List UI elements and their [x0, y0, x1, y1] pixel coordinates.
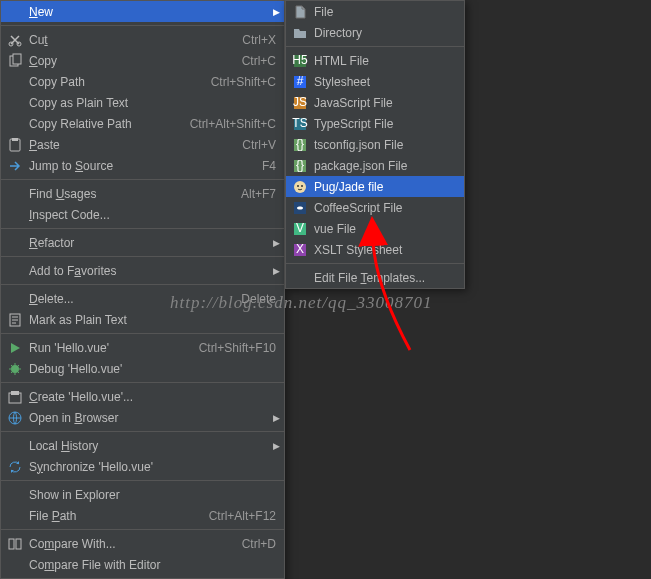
svg-text:{}: {} [296, 158, 304, 172]
mainmenu-item-copy-plain[interactable]: Copy as Plain Text [1, 92, 284, 113]
svg-text:H5: H5 [292, 53, 308, 67]
submenu-item-html[interactable]: H5HTML File [286, 50, 464, 71]
menu-item-label: Stylesheet [314, 75, 456, 89]
mainmenu-separator [1, 333, 284, 334]
mainmenu-item-copy[interactable]: CopyCtrl+C [1, 50, 284, 71]
menu-item-label: TypeScript File [314, 117, 456, 131]
blank-icon [7, 487, 23, 503]
submenu-item-edit-templates[interactable]: Edit File Templates... [286, 267, 464, 288]
svg-rect-5 [12, 138, 18, 141]
menu-item-shortcut: F4 [262, 159, 276, 173]
submenu-arrow-icon: ▶ [273, 266, 280, 276]
coffee-file-icon [292, 200, 308, 216]
blank-icon [292, 270, 308, 286]
mainmenu-item-copy-path[interactable]: Copy PathCtrl+Shift+C [1, 71, 284, 92]
mainmenu-item-compare[interactable]: Compare With...Ctrl+D [1, 533, 284, 554]
menu-item-label: Pug/Jade file [314, 180, 456, 194]
mainmenu-item-compare-editor[interactable]: Compare File with Editor [1, 554, 284, 575]
menu-item-label: Refactor [29, 236, 276, 250]
mainmenu-item-mark-plain[interactable]: Mark as Plain Text [1, 309, 284, 330]
menu-item-shortcut: Ctrl+X [242, 33, 276, 47]
mainmenu-item-favorites[interactable]: Add to Favorites▶ [1, 260, 284, 281]
blank-icon [7, 557, 23, 573]
mainmenu-item-local-hist[interactable]: Local History▶ [1, 435, 284, 456]
menu-item-label: Copy [29, 54, 230, 68]
submenu-item-file[interactable]: File [286, 1, 464, 22]
file-generic-icon [292, 4, 308, 20]
mainmenu-item-delete[interactable]: Delete...Delete [1, 288, 284, 309]
menu-item-label: Jump to Source [29, 159, 250, 173]
svg-text:#: # [297, 74, 304, 88]
menu-item-label: Inspect Code... [29, 208, 276, 222]
blank-icon [7, 95, 23, 111]
mainmenu-item-jump[interactable]: Jump to SourceF4 [1, 155, 284, 176]
vue-file-icon: V [292, 221, 308, 237]
mainmenu-item-create-run[interactable]: Create 'Hello.vue'... [1, 386, 284, 407]
menu-item-label: Local History [29, 439, 276, 453]
mainmenu-item-file-path[interactable]: File PathCtrl+Alt+F12 [1, 505, 284, 526]
svg-rect-3 [13, 54, 21, 64]
menu-item-label: Find Usages [29, 187, 229, 201]
menu-item-shortcut: Ctrl+Alt+F12 [209, 509, 276, 523]
submenu-separator [286, 263, 464, 264]
mainmenu-item-sync[interactable]: Synchronize 'Hello.vue' [1, 456, 284, 477]
menu-item-label: HTML File [314, 54, 456, 68]
menu-item-label: Copy as Plain Text [29, 96, 276, 110]
submenu-arrow-icon: ▶ [273, 413, 280, 423]
menu-item-shortcut: Ctrl+D [242, 537, 276, 551]
mainmenu-item-find-usages[interactable]: Find UsagesAlt+F7 [1, 183, 284, 204]
mainmenu-item-inspect[interactable]: Inspect Code... [1, 204, 284, 225]
menu-item-label: Open in Browser [29, 411, 276, 425]
menu-item-label: JavaScript File [314, 96, 456, 110]
menu-item-label: XSLT Stylesheet [314, 243, 456, 257]
submenu-item-pug[interactable]: Pug/Jade file [286, 176, 464, 197]
mainmenu-item-debug[interactable]: Debug 'Hello.vue' [1, 358, 284, 379]
compare-icon [7, 536, 23, 552]
sync-icon [7, 459, 23, 475]
mainmenu-separator [1, 179, 284, 180]
mainmenu-separator [1, 382, 284, 383]
mainmenu-item-show-explorer[interactable]: Show in Explorer [1, 484, 284, 505]
menu-item-label: vue File [314, 222, 456, 236]
submenu-item-tsconfig[interactable]: {}tsconfig.json File [286, 134, 464, 155]
submenu-item-vue[interactable]: Vvue File [286, 218, 464, 239]
blank-icon [7, 4, 23, 20]
mainmenu-separator [1, 529, 284, 530]
svg-rect-10 [9, 539, 14, 549]
menu-item-shortcut: Ctrl+Shift+F10 [199, 341, 276, 355]
menu-item-shortcut: Ctrl+Shift+C [211, 75, 276, 89]
svg-rect-11 [16, 539, 21, 549]
blank-icon [7, 508, 23, 524]
mainmenu-item-copy-rel[interactable]: Copy Relative PathCtrl+Alt+Shift+C [1, 113, 284, 134]
mainmenu-item-cut[interactable]: CutCtrl+X [1, 29, 284, 50]
submenu-item-stylesheet[interactable]: #Stylesheet [286, 71, 464, 92]
blank-icon [7, 186, 23, 202]
mainmenu-separator [1, 228, 284, 229]
menu-item-label: New [29, 5, 276, 19]
mainmenu-item-new[interactable]: New▶ [1, 1, 284, 22]
browser-icon [7, 410, 23, 426]
menu-item-label: Mark as Plain Text [29, 313, 276, 327]
menu-item-label: tsconfig.json File [314, 138, 456, 152]
mainmenu-item-refactor[interactable]: Refactor▶ [1, 232, 284, 253]
context-menu-new-submenu: FileDirectoryH5HTML File#StylesheetJSJav… [285, 0, 465, 289]
mainmenu-item-run[interactable]: Run 'Hello.vue'Ctrl+Shift+F10 [1, 337, 284, 358]
context-menu-main: New▶CutCtrl+XCopyCtrl+CCopy PathCtrl+Shi… [0, 0, 285, 579]
submenu-item-coffee[interactable]: CoffeeScript File [286, 197, 464, 218]
mainmenu-item-paste[interactable]: PasteCtrl+V [1, 134, 284, 155]
blank-icon [7, 74, 23, 90]
svg-text:JS: JS [293, 95, 307, 109]
paste-icon [7, 137, 23, 153]
submenu-item-dir[interactable]: Directory [286, 22, 464, 43]
mainmenu-separator [1, 25, 284, 26]
json-file-icon: {} [292, 158, 308, 174]
mainmenu-item-open-browser[interactable]: Open in Browser▶ [1, 407, 284, 428]
svg-text:{}: {} [296, 137, 304, 151]
ts-file-icon: TS [292, 116, 308, 132]
submenu-item-ts[interactable]: TSTypeScript File [286, 113, 464, 134]
submenu-item-xslt[interactable]: XXSLT Stylesheet [286, 239, 464, 260]
blank-icon [7, 235, 23, 251]
submenu-item-js[interactable]: JSJavaScript File [286, 92, 464, 113]
menu-item-label: Cut [29, 33, 230, 47]
submenu-item-package[interactable]: {}package.json File [286, 155, 464, 176]
